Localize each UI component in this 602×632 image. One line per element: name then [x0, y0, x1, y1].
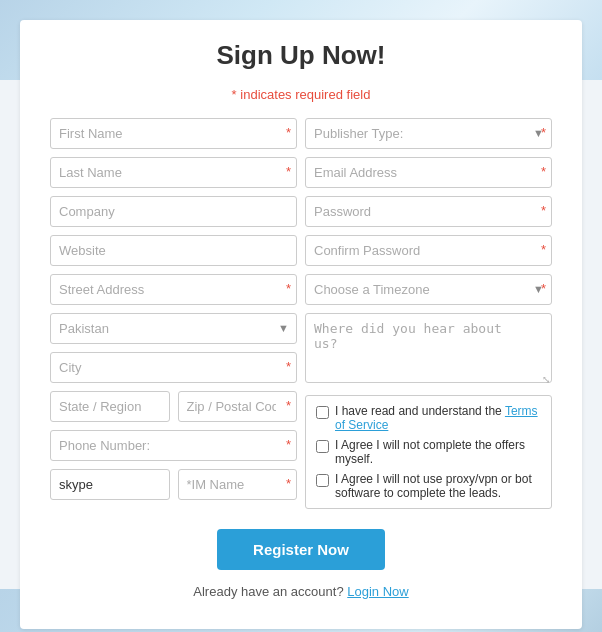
- company-field: [50, 196, 297, 227]
- publisher-field: Publisher Type: Blogger Developer ▼ *: [305, 118, 552, 149]
- proxy-label: I Agree I will not use proxy/vpn or bot …: [335, 472, 541, 500]
- timezone-select[interactable]: Choose a Timezone UTC EST: [305, 274, 552, 305]
- hear-field: ⤡: [305, 313, 552, 387]
- last-name-input[interactable]: [50, 157, 297, 188]
- state-zip-row: *: [50, 391, 297, 422]
- register-wrap: Register Now: [50, 529, 552, 570]
- offers-checkbox[interactable]: [316, 440, 329, 453]
- phone-input[interactable]: [50, 430, 297, 461]
- timezone-field: Choose a Timezone UTC EST ▼ *: [305, 274, 552, 305]
- left-column: * * * Pakistan United States Unite: [50, 118, 297, 509]
- country-select[interactable]: Pakistan United States United Kingdom: [50, 313, 297, 344]
- im-name-field: *: [178, 469, 298, 500]
- street-input[interactable]: [50, 274, 297, 305]
- im-name-input[interactable]: [178, 469, 298, 500]
- state-field: [50, 391, 170, 422]
- tos-checkbox-row: I have read and understand the Terms of …: [316, 404, 541, 432]
- zip-field: *: [178, 391, 298, 422]
- first-name-input[interactable]: [50, 118, 297, 149]
- im-type-input[interactable]: [50, 469, 170, 500]
- email-field: *: [305, 157, 552, 188]
- street-field: *: [50, 274, 297, 305]
- last-name-field: *: [50, 157, 297, 188]
- required-star: *: [232, 87, 237, 102]
- publisher-select[interactable]: Publisher Type: Blogger Developer: [305, 118, 552, 149]
- login-link[interactable]: Login Now: [347, 584, 408, 599]
- confirm-password-field: *: [305, 235, 552, 266]
- email-input[interactable]: [305, 157, 552, 188]
- proxy-checkbox[interactable]: [316, 474, 329, 487]
- offers-checkbox-row: I Agree I will not complete the offers m…: [316, 438, 541, 466]
- city-field: *: [50, 352, 297, 383]
- website-input[interactable]: [50, 235, 297, 266]
- company-input[interactable]: [50, 196, 297, 227]
- tos-checkbox[interactable]: [316, 406, 329, 419]
- confirm-password-input[interactable]: [305, 235, 552, 266]
- country-field: Pakistan United States United Kingdom ▼: [50, 313, 297, 344]
- website-field: [50, 235, 297, 266]
- proxy-checkbox-row: I Agree I will not use proxy/vpn or bot …: [316, 472, 541, 500]
- register-button[interactable]: Register Now: [217, 529, 385, 570]
- first-name-field: *: [50, 118, 297, 149]
- state-input[interactable]: [50, 391, 170, 422]
- zip-input[interactable]: [178, 391, 298, 422]
- city-input[interactable]: [50, 352, 297, 383]
- im-type-field: [50, 469, 170, 500]
- page-title: Sign Up Now!: [50, 40, 552, 71]
- signup-form-container: Sign Up Now! * indicates required field …: [20, 20, 582, 629]
- right-column: Publisher Type: Blogger Developer ▼ * * …: [305, 118, 552, 509]
- offers-label: I Agree I will not complete the offers m…: [335, 438, 541, 466]
- password-input[interactable]: [305, 196, 552, 227]
- tos-label: I have read and understand the Terms of …: [335, 404, 541, 432]
- phone-field: *: [50, 430, 297, 461]
- password-field: *: [305, 196, 552, 227]
- login-note: Already have an account? Login Now: [50, 584, 552, 599]
- required-note: * indicates required field: [50, 87, 552, 102]
- form-grid: * * * Pakistan United States Unite: [50, 118, 552, 509]
- im-row: *: [50, 469, 297, 500]
- checkboxes-area: I have read and understand the Terms of …: [305, 395, 552, 509]
- hear-textarea[interactable]: [305, 313, 552, 383]
